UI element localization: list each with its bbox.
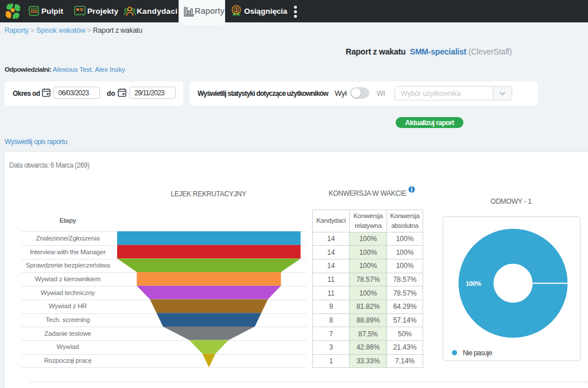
svg-text:1: 1 [235,7,238,13]
svg-text:100%: 100% [466,280,481,287]
